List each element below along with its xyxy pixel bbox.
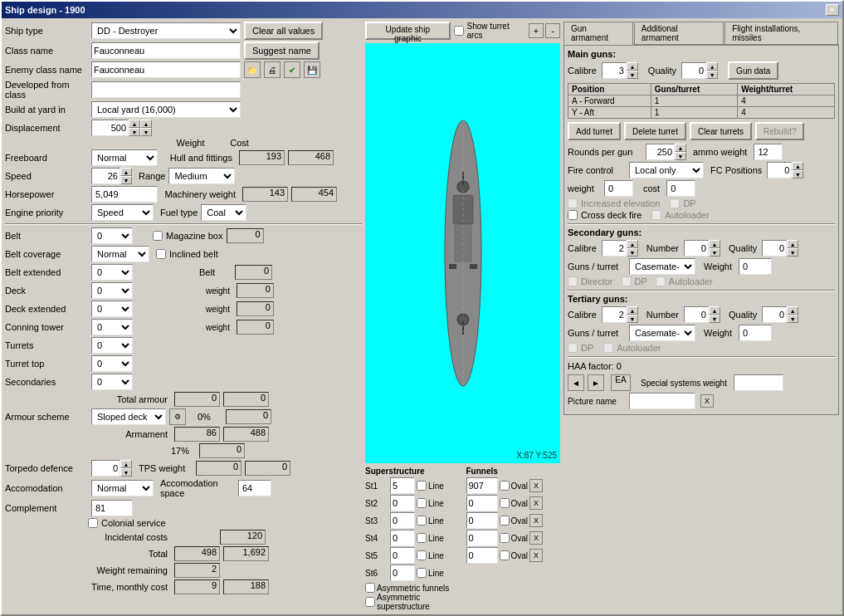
tab-gun-armament[interactable]: Gun armament [563,22,633,45]
st2-input[interactable] [390,495,415,511]
speed-down[interactable]: ▼ [120,176,132,184]
delete-turret-button[interactable]: Delete turret [624,122,686,140]
sec-autoloader-checkbox[interactable] [656,276,666,286]
st3-line-checkbox[interactable] [417,516,427,526]
belt-coverage-select[interactable]: Normal [91,246,149,262]
sec-cal-down[interactable]: ▼ [627,248,638,257]
quality-up[interactable]: ▲ [706,62,718,71]
quality-input[interactable] [681,62,706,79]
fire-control-select[interactable]: Local only [629,162,704,178]
rounds-input[interactable] [646,144,675,160]
ship-type-select[interactable]: DD - Destroyer [91,22,241,39]
f3-oval-checkbox[interactable] [500,516,510,526]
f4-delete-button[interactable]: X [529,531,543,545]
torpedo-up[interactable]: ▲ [120,460,132,468]
show-turret-arcs-checkbox[interactable] [454,26,464,36]
torpedo-input[interactable] [91,460,120,477]
ter-qual-up[interactable]: ▲ [787,306,798,315]
torpedo-down[interactable]: ▼ [120,468,132,477]
icon-print[interactable]: 🖨 [264,61,281,78]
nav-right-button[interactable]: ► [588,374,604,391]
enemy-class-input[interactable] [91,61,241,78]
st5-line-checkbox[interactable] [417,550,427,560]
sec-calibre-input[interactable] [602,240,627,257]
f5-oval-checkbox[interactable] [500,550,510,560]
calibre-input[interactable] [602,62,627,79]
ter-cal-up[interactable]: ▲ [627,306,638,315]
developed-input[interactable] [91,81,241,98]
turrets-select[interactable]: 0 [91,337,133,354]
f2-input[interactable] [466,495,498,511]
build-at-select[interactable]: Local yard (16,000) [91,101,241,118]
ter-calibre-input[interactable] [602,306,627,323]
sec-cal-up[interactable]: ▲ [627,240,638,248]
table-row[interactable]: Y - Aft 1 4 [568,107,835,119]
arc-minus-button[interactable]: - [545,23,560,38]
ter-guns-turret-select[interactable]: Casemate- [629,325,695,341]
displacement-down[interactable]: ▼ [129,128,140,136]
picture-x-button[interactable]: X [700,394,714,408]
freeboard-select[interactable]: Normal [91,149,158,166]
speed-up[interactable]: ▲ [120,168,132,176]
calibre-down[interactable]: ▼ [627,71,638,79]
picture-name-input[interactable] [629,393,695,409]
fc-pos-down[interactable]: ▼ [792,170,803,178]
magazine-box-checkbox[interactable] [153,231,163,241]
st2-line-checkbox[interactable] [417,498,427,508]
cross-deck-checkbox[interactable] [568,210,578,220]
displacement-down2[interactable]: ▼ [140,128,152,136]
ter-autoloader-checkbox[interactable] [603,343,613,353]
table-row[interactable]: A - Forward 1 4 [568,95,835,107]
sec-director-checkbox[interactable] [568,276,578,286]
f2-oval-checkbox[interactable] [500,498,510,508]
add-turret-button[interactable]: Add turret [568,122,621,140]
close-button[interactable]: × [826,4,839,16]
f1-oval-checkbox[interactable] [500,481,510,491]
ter-num-down[interactable]: ▼ [709,315,720,323]
st4-line-checkbox[interactable] [417,533,427,543]
clear-turrets-button[interactable]: Clear turrets [690,122,752,140]
ter-cal-down[interactable]: ▼ [627,315,638,323]
icon-save[interactable]: 💾 [304,61,320,78]
displacement-up2[interactable]: ▲ [140,120,152,128]
increased-elevation-checkbox[interactable] [568,198,578,208]
f5-input[interactable] [466,547,498,564]
quality-down[interactable]: ▼ [706,71,718,79]
f3-input[interactable] [466,512,498,529]
ter-quality-input[interactable] [762,306,787,323]
sec-number-input[interactable] [684,240,709,257]
speed-input[interactable] [91,168,120,184]
autoloader-checkbox[interactable] [651,210,661,220]
st6-input[interactable] [390,565,415,581]
icon-folder[interactable]: 📁 [244,61,261,78]
st5-input[interactable] [390,547,415,564]
belt-select[interactable]: 0 [91,227,133,244]
gun-data-button[interactable]: Gun data [728,61,778,80]
sec-qual-up[interactable]: ▲ [787,240,798,248]
ter-number-input[interactable] [684,306,709,323]
fuel-type-select[interactable]: Coal [201,204,246,221]
engine-priority-select[interactable]: Speed [91,204,154,221]
rounds-up[interactable]: ▲ [675,144,686,152]
fc-positions-input[interactable] [767,162,792,178]
displacement-up[interactable]: ▲ [129,120,140,128]
ter-num-up[interactable]: ▲ [709,306,720,315]
ter-dp-checkbox[interactable] [568,343,578,353]
displacement-input[interactable] [91,120,129,136]
tab-additional-armament[interactable]: Additional armament [634,22,724,44]
rebuild-button[interactable]: Rebuild? [755,122,804,140]
sec-dp-checkbox[interactable] [622,276,632,286]
ea-button[interactable]: EA [611,374,631,391]
asymmetric-superstructure-checkbox[interactable] [365,597,375,607]
st3-input[interactable] [390,512,415,529]
f4-input[interactable] [466,530,498,546]
ship-canvas[interactable]: X:87 Y:525 [365,43,560,463]
calibre-up[interactable]: ▲ [627,62,638,71]
icon-check[interactable]: ✔ [284,61,300,78]
deck-extended-select[interactable]: 0 [91,301,133,317]
armour-icon[interactable]: ⚙ [169,408,186,425]
rounds-down[interactable]: ▼ [675,152,686,160]
fc-pos-up[interactable]: ▲ [792,162,803,170]
sec-qual-down[interactable]: ▼ [787,248,798,257]
armour-scheme-select[interactable]: Sloped deck [91,408,166,425]
